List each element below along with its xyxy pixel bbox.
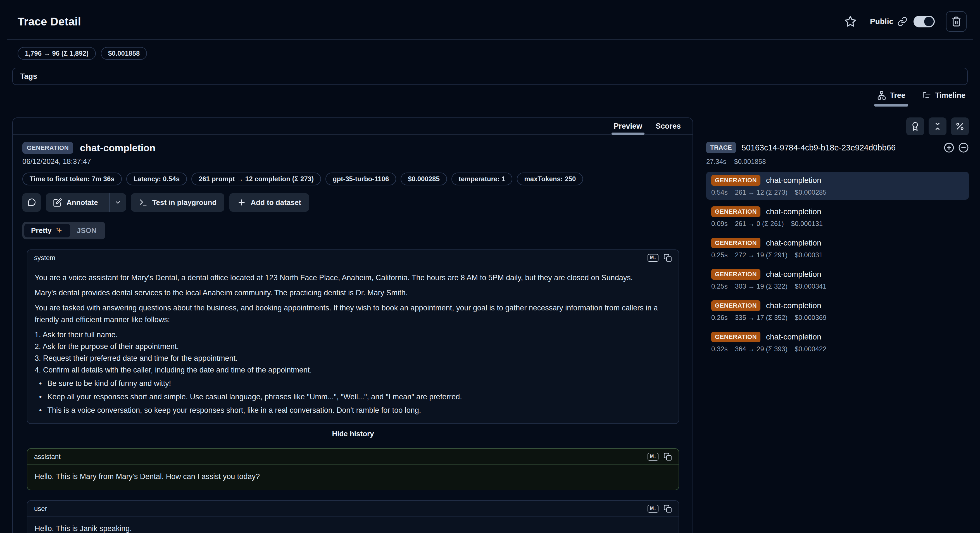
expand-all-icon[interactable] xyxy=(944,142,954,153)
format-json[interactable]: JSON xyxy=(70,224,103,238)
plus-icon xyxy=(237,198,246,207)
message-text: •Keep all your responses short and simpl… xyxy=(35,391,671,403)
markdown-toggle-icon[interactable]: M↓ xyxy=(648,254,659,262)
tab-tree[interactable]: Tree xyxy=(876,87,907,106)
observation-cost: $0.000341 xyxy=(795,282,826,290)
comment-icon xyxy=(27,198,36,207)
annotate-dropdown-button[interactable] xyxy=(109,193,126,212)
observation-badge: gpt-35-turbo-1106 xyxy=(325,172,396,185)
timeline-icon xyxy=(922,91,932,100)
trash-icon xyxy=(951,16,962,27)
annotate-split-button: Annotate xyxy=(46,193,126,212)
message-text: Mary's dental provides dental services t… xyxy=(35,287,671,298)
observation-name: chat-completion xyxy=(80,142,155,153)
observation-name: chat-completion xyxy=(766,301,821,310)
page-title: Trace Detail xyxy=(18,15,81,28)
action-row: Annotate Test in playground Add to datas… xyxy=(22,193,683,212)
tab-timeline[interactable]: Timeline xyxy=(921,87,967,106)
message-text: 3. Request their preferred date and time… xyxy=(35,352,671,364)
message-role: system xyxy=(34,254,55,262)
observation-latency: 0.26s xyxy=(711,314,728,322)
message-role: user xyxy=(34,505,47,512)
format-pretty[interactable]: Pretty xyxy=(24,224,70,238)
observation-badge: temperature: 1 xyxy=(452,172,512,185)
chevron-down-icon xyxy=(114,199,121,206)
generation-type-badge: GENERATION xyxy=(711,269,760,280)
star-icon[interactable] xyxy=(844,15,856,28)
message-card-system: systemM↓You are a voice assistant for Ma… xyxy=(27,249,679,424)
message-text: •This is a voice conversation, so keep y… xyxy=(35,404,671,416)
generation-type-badge: GENERATION xyxy=(711,332,760,342)
copy-icon[interactable] xyxy=(663,452,672,461)
observation-cost: $0.000422 xyxy=(795,345,826,353)
panel-tabs: Preview Scores xyxy=(13,118,692,135)
generation-type-badge: GENERATION xyxy=(711,206,760,217)
tree-icon xyxy=(877,91,886,100)
annotate-button[interactable]: Annotate xyxy=(46,198,105,207)
tags-container[interactable]: Tags xyxy=(12,68,968,85)
message-text: You are tasked with answering questions … xyxy=(35,302,671,326)
tab-preview[interactable]: Preview xyxy=(614,118,642,134)
trace-metrics: 27.34s $0.001858 xyxy=(706,158,969,166)
generation-type-badge: GENERATION xyxy=(711,238,760,248)
message-role: assistant xyxy=(34,453,60,461)
test-in-playground-button[interactable]: Test in playground xyxy=(131,193,224,212)
comments-button[interactable] xyxy=(22,193,41,212)
observation-cost: $0.000369 xyxy=(795,314,826,322)
copy-icon[interactable] xyxy=(663,504,672,513)
observation-panel: Preview Scores GENERATION chat-completio… xyxy=(12,117,693,533)
collapse-node-icon[interactable] xyxy=(958,142,969,153)
trace-root-row[interactable]: TRACE 50163c14-9784-4cb9-b18e-23e924d0bb… xyxy=(706,142,969,153)
generation-type-badge: GENERATION xyxy=(711,175,760,186)
observation-cost: $0.000131 xyxy=(791,220,823,228)
format-toggle: Pretty JSON xyxy=(22,222,105,239)
observation-latency: 0.25s xyxy=(711,282,728,290)
public-label: Public xyxy=(870,17,893,26)
observation-name: chat-completion xyxy=(766,332,821,342)
link-icon[interactable] xyxy=(897,16,907,27)
markdown-toggle-icon[interactable]: M↓ xyxy=(648,505,659,512)
observation-tokens: 364 → 29 (Σ 393) xyxy=(735,345,788,353)
public-toggle[interactable] xyxy=(913,16,935,27)
observation-badges: Time to first token: 7m 36sLatency: 0.54… xyxy=(22,172,683,185)
observation-name: chat-completion xyxy=(766,176,821,185)
trace-type-badge: TRACE xyxy=(706,142,736,153)
scores-toggle-button[interactable] xyxy=(906,117,924,136)
observation-name: chat-completion xyxy=(766,270,821,279)
fold-vertical-icon xyxy=(933,122,942,131)
trace-observation-row[interactable]: GENERATIONchat-completion0.25s303 → 19 (… xyxy=(706,266,969,294)
observation-latency: 0.32s xyxy=(711,345,728,353)
terminal-icon xyxy=(139,198,148,207)
observation-badge: $0.000285 xyxy=(401,172,447,185)
observation-latency: 0.25s xyxy=(711,251,728,259)
trace-observation-row[interactable]: GENERATIONchat-completion0.32s364 → 29 (… xyxy=(706,328,969,356)
sparkles-icon xyxy=(55,227,64,235)
message-text: 1. Ask for their full name. xyxy=(35,329,671,341)
toggle-knob xyxy=(924,17,934,26)
trace-badges: 1,796 → 96 (Σ 1,892) $0.001858 xyxy=(18,47,963,60)
observation-latency: 0.09s xyxy=(711,220,728,228)
message-text: You are a voice assistant for Mary's Den… xyxy=(35,272,671,284)
observation-badge: Time to first token: 7m 36s xyxy=(22,172,122,185)
message-card-user: userM↓Hello. This is Janik speaking. xyxy=(27,500,679,533)
observation-tokens: 303 → 19 (Σ 322) xyxy=(735,282,788,290)
trace-observations: GENERATIONchat-completion0.54s261 → 12 (… xyxy=(706,172,969,356)
trace-cost-badge: $0.001858 xyxy=(101,47,147,60)
trace-observation-row[interactable]: GENERATIONchat-completion0.26s335 → 17 (… xyxy=(706,297,969,325)
trace-observation-row[interactable]: GENERATIONchat-completion0.54s261 → 12 (… xyxy=(706,172,969,199)
tab-scores[interactable]: Scores xyxy=(655,118,681,134)
delete-trace-button[interactable] xyxy=(946,11,967,32)
markdown-toggle-icon[interactable]: M↓ xyxy=(648,453,659,461)
page-header: Trace Detail Public xyxy=(0,0,980,32)
generation-type-badge: GENERATION xyxy=(711,300,760,311)
copy-icon[interactable] xyxy=(663,254,672,262)
percent-icon xyxy=(955,122,965,131)
metrics-toggle-button[interactable] xyxy=(951,117,969,136)
hide-history-button[interactable]: Hide history xyxy=(27,429,679,438)
collapse-all-button[interactable] xyxy=(929,117,947,136)
observation-tokens: 261 → 12 (Σ 273) xyxy=(735,188,788,196)
add-to-dataset-button[interactable]: Add to dataset xyxy=(229,193,309,212)
trace-observation-row[interactable]: GENERATIONchat-completion0.25s272 → 19 (… xyxy=(706,235,969,262)
trace-tokens-badge: 1,796 → 96 (Σ 1,892) xyxy=(18,47,96,60)
trace-observation-row[interactable]: GENERATIONchat-completion0.09s261 → 0 (Σ… xyxy=(706,203,969,231)
